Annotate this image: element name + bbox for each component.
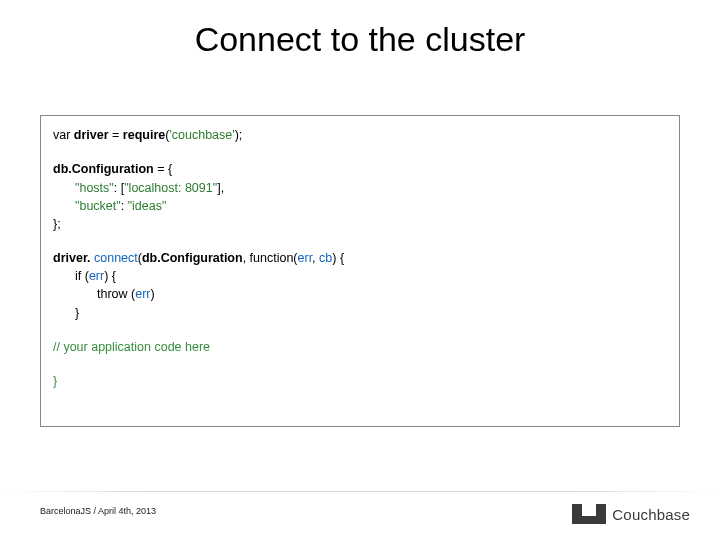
divider <box>0 491 720 492</box>
code-line: "bucket": "ideas" <box>53 197 667 215</box>
footer-text: BarcelonaJS / April 4th, 2013 <box>40 506 156 516</box>
str-couchbase: 'couchbase' <box>169 128 234 142</box>
code-line: db.Configuration = { <box>53 160 667 178</box>
kw-var: var <box>53 128 74 142</box>
id-dbconfig: db.Configuration <box>53 162 154 176</box>
code-line: } <box>53 372 667 390</box>
slide: Connect to the cluster var driver = requ… <box>0 0 720 540</box>
code-line: var driver = require('couchbase'); <box>53 126 667 144</box>
code-line: "hosts": ["localhost: 8091"], <box>53 179 667 197</box>
couchbase-icon <box>572 504 606 524</box>
blank-line <box>53 233 667 249</box>
code-line: // your application code here <box>53 338 667 356</box>
blank-line <box>53 356 667 372</box>
comment: your application code here <box>63 340 210 354</box>
blank-line <box>53 322 667 338</box>
code-line: driver. connect(db.Configuration, functi… <box>53 249 667 267</box>
fn-require: require <box>123 128 165 142</box>
id-driver: driver <box>74 128 109 142</box>
code-line: if (err) { <box>53 267 667 285</box>
code-block: var driver = require('couchbase'); db.Co… <box>40 115 680 427</box>
code-line: throw (err) <box>53 285 667 303</box>
brand-name: Couchbase <box>612 506 690 523</box>
code-line: } <box>53 304 667 322</box>
brand-logo: Couchbase <box>572 504 690 524</box>
blank-line <box>53 144 667 160</box>
fn-connect: connect <box>94 251 138 265</box>
code-line: }; <box>53 215 667 233</box>
slide-title: Connect to the cluster <box>0 20 720 59</box>
